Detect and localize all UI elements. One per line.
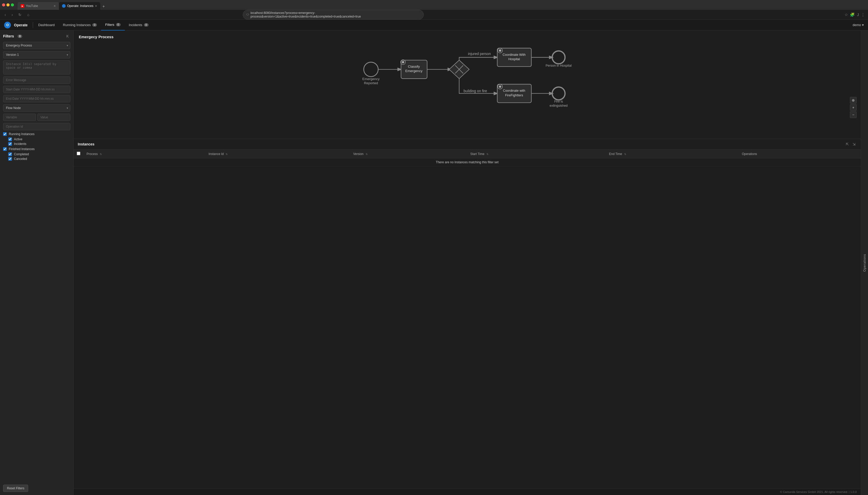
process-select-wrapper: Emergecy Process — [3, 42, 70, 49]
node-end-hospital — [552, 51, 565, 64]
browser-tabs: ▶ YouTube ✕ Operate: Instances ✕ + — [18, 0, 866, 10]
new-tab-button[interactable]: + — [100, 3, 107, 10]
running-instances-sub: Active Incidents — [8, 137, 70, 146]
instances-header-actions: ⇱ ⇲ — [845, 141, 857, 147]
label-fire-2: FireFightters — [505, 93, 523, 97]
edge-gateway-hospital — [459, 57, 497, 62]
operation-id-input[interactable] — [3, 123, 70, 130]
version-select[interactable]: Version 1 — [3, 51, 70, 58]
incidents-label: Incidents — [14, 142, 27, 146]
finished-instances-label: Finished Instances — [9, 147, 35, 151]
operate-tab[interactable]: Operate: Instances ✕ — [59, 2, 100, 10]
filter-section: Emergecy Process Version 1 Flow Node — [3, 42, 70, 130]
instances-table-body: There are no Instances matching this fil… — [74, 158, 861, 166]
diagram-area: Emergecy Process in — [74, 31, 861, 139]
menu-button[interactable]: ⋮ — [861, 12, 865, 17]
error-message-input[interactable] — [3, 76, 70, 84]
running-instances-checkbox-group[interactable]: Running Instances — [3, 132, 70, 136]
bookmark-button[interactable]: ☆ — [845, 12, 848, 17]
instances-table-header: Process ⇅ Instance Id ⇅ Version ⇅ — [74, 150, 861, 158]
url-bar[interactable]: 🛡 localhost:8080/instances?process=emerg… — [243, 10, 424, 20]
variable-value-row — [3, 114, 70, 121]
operate-favicon — [62, 4, 66, 8]
instances-table: Process ⇅ Instance Id ⇅ Version ⇅ — [74, 150, 861, 166]
active-checkbox-group[interactable]: Active — [8, 137, 70, 141]
finished-instances-checkbox[interactable] — [3, 147, 7, 151]
instance-id-sort-icon[interactable]: ⇅ — [226, 153, 228, 155]
col-operations: Operations — [739, 150, 861, 158]
user-menu[interactable]: demo ▾ — [852, 23, 864, 27]
maximize-window-button[interactable] — [11, 3, 14, 6]
youtube-tab-close[interactable]: ✕ — [53, 4, 56, 8]
operations-sidebar[interactable]: Operations — [861, 31, 868, 495]
zoom-in-button[interactable]: + — [850, 104, 857, 111]
sidebar-title: Filters 0 — [3, 34, 22, 38]
version-select-wrapper: Version 1 — [3, 51, 70, 58]
col-version: Version ⇅ — [350, 150, 467, 158]
completed-checkbox[interactable] — [8, 152, 12, 156]
start-date-input[interactable] — [3, 86, 70, 93]
footer-bar: © Camunda Services GmbH 2021. All rights… — [74, 489, 861, 495]
operate-tab-label: Operate: Instances — [67, 4, 93, 8]
minimize-window-button[interactable] — [6, 3, 10, 6]
end-date-input[interactable] — [3, 95, 70, 102]
start-time-sort-icon[interactable]: ⇅ — [486, 153, 488, 155]
operate-tab-close[interactable]: ✕ — [95, 4, 97, 8]
instances-section: Instances ⇱ ⇲ Process — [74, 139, 861, 489]
completed-label: Completed — [14, 152, 29, 156]
label-hospital-1: Coordinate With — [503, 53, 526, 56]
nav-incidents[interactable]: Incidents 0 — [125, 20, 153, 31]
nav-incidents-label: Incidents — [129, 23, 142, 27]
instances-title: Instances — [78, 142, 94, 146]
expand-instances-button[interactable]: ⇲ — [851, 141, 857, 147]
forward-button[interactable]: › — [10, 12, 15, 18]
instance-ids-input[interactable] — [3, 61, 70, 74]
sidebar-badge: 0 — [18, 35, 22, 38]
zoom-out-button[interactable]: − — [850, 112, 857, 118]
process-select[interactable]: Emergecy Process — [3, 42, 70, 49]
recenter-button[interactable]: ⊕ — [850, 97, 857, 104]
canceled-checkbox[interactable] — [8, 157, 12, 161]
value-input[interactable] — [37, 114, 70, 121]
nav-dashboard-label: Dashboard — [38, 23, 55, 27]
finished-instances-sub: Completed Canceled — [8, 152, 70, 161]
nav-running[interactable]: Running Instances 0 — [59, 20, 101, 31]
process-sort-icon[interactable]: ⇅ — [100, 153, 102, 155]
flow-node-select[interactable]: Flow Node — [3, 104, 70, 112]
app-nav: Dashboard Running Instances 0 Filters 0 … — [34, 20, 853, 30]
extensions-button[interactable]: 🧩 — [850, 12, 855, 17]
col-instance-id: Instance Id ⇅ — [205, 150, 350, 158]
active-checkbox[interactable] — [8, 137, 12, 141]
select-all-checkbox[interactable] — [77, 152, 80, 155]
empty-state-message: There are no Instances matching this fil… — [74, 158, 861, 166]
reload-button[interactable]: ↻ — [17, 12, 23, 18]
incidents-checkbox[interactable] — [8, 142, 12, 146]
finished-instances-checkbox-group[interactable]: Finished Instances — [3, 147, 70, 151]
url-text: localhost:8080/instances?process=emergen… — [250, 11, 420, 18]
reset-filters-button[interactable]: Reset Filters — [3, 485, 28, 492]
running-instances-checkbox[interactable] — [3, 132, 7, 136]
bpmn-diagram: injured person building on fire Emergenc… — [79, 42, 856, 134]
completed-checkbox-group[interactable]: Completed — [8, 152, 70, 156]
col-version-label: Version — [353, 152, 363, 156]
youtube-tab[interactable]: ▶ YouTube ✕ — [18, 2, 59, 10]
canceled-checkbox-group[interactable]: Canceled — [8, 157, 70, 161]
close-window-button[interactable] — [2, 3, 5, 6]
end-time-sort-icon[interactable]: ⇅ — [624, 153, 626, 155]
version-sort-icon[interactable]: ⇅ — [366, 153, 368, 155]
instances-table-scroll[interactable]: Process ⇅ Instance Id ⇅ Version ⇅ — [74, 150, 861, 489]
nav-dashboard[interactable]: Dashboard — [34, 20, 59, 31]
profile-button[interactable]: J — [857, 12, 859, 17]
home-button[interactable]: ⌂ — [25, 12, 31, 18]
variable-input[interactable] — [3, 114, 36, 121]
nav-filters[interactable]: Filters 0 — [101, 20, 124, 31]
footer-text: © Camunda Services GmbH 2021. All rights… — [780, 490, 857, 493]
running-instances-label: Running Instances — [9, 132, 34, 136]
sidebar-collapse-button[interactable]: K — [65, 34, 70, 39]
incidents-checkbox-group[interactable]: Incidents — [8, 142, 70, 146]
label-hospital-end-1: Person in Hospital — [545, 64, 572, 67]
app-title[interactable]: Operate — [14, 20, 32, 31]
collapse-instances-button[interactable]: ⇱ — [845, 141, 850, 147]
checkboxes-section: Running Instances Active Incidents Finis… — [3, 132, 70, 161]
back-button[interactable]: ‹ — [3, 12, 7, 18]
